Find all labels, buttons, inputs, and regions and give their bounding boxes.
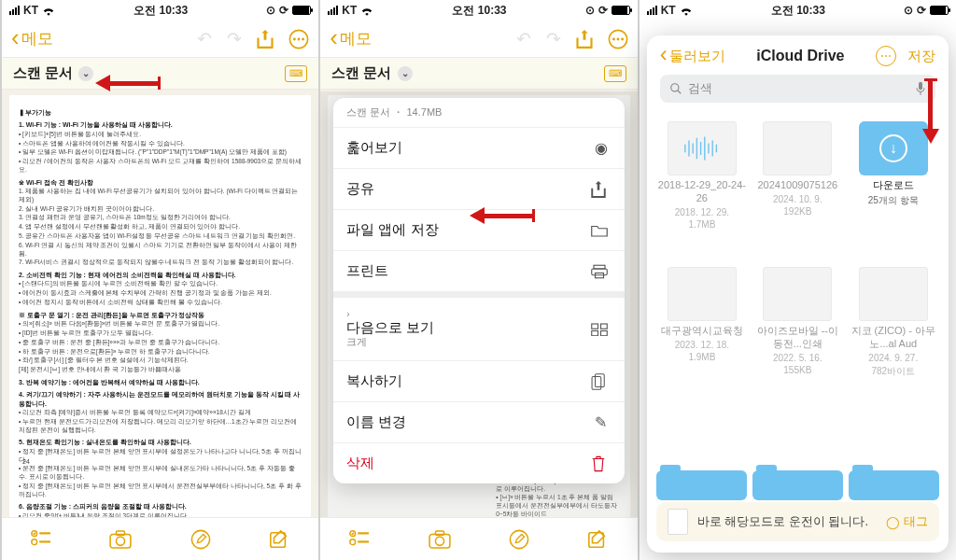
svg-rect-18 (358, 532, 370, 534)
annotation-arrow (922, 78, 939, 144)
page-number: 24 (22, 457, 30, 466)
menu-print[interactable]: 프린트 (333, 251, 624, 292)
notes-toolbar (2, 517, 318, 560)
checklist-icon[interactable] (31, 530, 51, 549)
compose-icon[interactable] (269, 529, 289, 550)
grid-icon (591, 323, 612, 336)
menu-delete[interactable]: 삭제 (333, 443, 624, 483)
svg-point-23 (435, 537, 443, 545)
more-icon[interactable]: ⋯ (876, 46, 896, 66)
menu-quicklook[interactable]: 훑어보기 ◉ (333, 128, 624, 169)
camera-icon[interactable] (109, 530, 132, 549)
files-title: iCloud Drive (756, 48, 844, 64)
compose-icon[interactable] (587, 529, 608, 550)
folder-icon (591, 224, 612, 237)
svg-rect-32 (600, 330, 607, 335)
files-save-sheet: 둘러보기 iCloud Drive ⋯ 저장 검색 2018-12-29_20-… (647, 35, 949, 553)
search-placeholder: 검색 (688, 80, 712, 97)
scanned-page: ▍부가기능 1. Wi-Fi 기능 : Wi-Fi 기능을 사용하실 때 사용합… (9, 95, 311, 517)
checklist-icon[interactable] (349, 530, 370, 549)
document-icon (668, 509, 688, 535)
search-field[interactable]: 검색 (660, 75, 935, 103)
folder-icon[interactable] (752, 470, 843, 500)
status-bar: KT 오전 10:33 ⊙⟳ (640, 0, 956, 21)
clock-label: 오전 10:33 (452, 3, 506, 19)
svg-point-24 (511, 530, 528, 548)
document-viewport[interactable]: ▍부가기능 1. Wi-Fi 기능 : Wi-Fi 기능을 사용하실 때 사용합… (2, 90, 318, 517)
wifi-icon (42, 6, 55, 16)
banner: 바로 해당모드로 운전이 됩니다. ◯태그 (656, 502, 939, 541)
redo-icon: ↷ (227, 28, 242, 49)
banner-text: 바로 해당모드로 운전이 됩니다. (697, 513, 868, 530)
orientation-lock-icon: ⟳ (917, 4, 926, 17)
menu-copy[interactable]: 복사하기 (333, 361, 624, 402)
more-icon[interactable] (288, 29, 309, 49)
save-button[interactable]: 저장 (907, 48, 935, 65)
keyboard-icon[interactable] (285, 65, 307, 82)
doc-title: 스캔 문서 (331, 64, 391, 82)
svg-rect-9 (117, 530, 125, 535)
svg-rect-7 (39, 540, 50, 542)
files-header: 둘러보기 iCloud Drive ⋯ 저장 (647, 35, 949, 75)
status-bar: KT 오전 10:33 ⊙ ⟳ (2, 0, 318, 21)
svg-point-2 (298, 37, 301, 40)
action-sheet: 스캔 문서 ・ 14.7MB 훑어보기 ◉ 공유 파일 앱에 저장 프린트 ›다… (333, 98, 624, 483)
svg-point-15 (616, 37, 619, 40)
pencil-icon: ✎ (591, 413, 612, 431)
file-item[interactable]: 20241009075126 2024. 10. 9. 192KB (752, 118, 843, 258)
signal-icon (647, 6, 657, 15)
camera-icon[interactable] (429, 530, 451, 549)
svg-point-11 (191, 530, 209, 548)
back-button[interactable]: 메모 (11, 28, 53, 49)
markup-icon[interactable] (190, 529, 211, 550)
file-item[interactable]: 대구광역시교육청 2023. 12. 18. 1.9MB (656, 263, 748, 403)
alarm-icon: ⊙ (585, 4, 595, 17)
copy-icon (591, 373, 612, 390)
menu-share[interactable]: 공유 (333, 169, 624, 210)
file-item[interactable]: 지코 (ZICO) - 아무노...al Aud 2024. 9. 27. 78… (848, 263, 939, 403)
share-icon (591, 181, 612, 198)
svg-rect-5 (39, 532, 50, 534)
markup-icon[interactable] (509, 529, 529, 550)
share-icon[interactable] (257, 30, 274, 49)
file-item[interactable]: 아이즈모바일 --이동전...인쇄 2022. 5. 16. 155KB (752, 263, 843, 403)
svg-rect-29 (591, 324, 598, 329)
more-icon[interactable] (608, 29, 628, 49)
notes-header: 메모 ↶ ↷ (320, 21, 637, 58)
tag-button[interactable]: ◯태그 (886, 513, 928, 530)
files-back-button[interactable]: 둘러보기 (660, 45, 725, 67)
share-icon[interactable] (576, 30, 593, 49)
svg-rect-31 (591, 330, 598, 335)
svg-rect-22 (435, 530, 443, 535)
svg-rect-27 (591, 269, 607, 275)
chevron-down-icon[interactable]: ⌄ (78, 66, 93, 81)
svg-point-16 (621, 37, 624, 40)
menu-rename[interactable]: 이름 변경 ✎ (333, 402, 624, 443)
battery-icon (930, 6, 949, 15)
eye-icon: ◉ (591, 139, 612, 157)
keyboard-icon[interactable] (604, 65, 626, 82)
folder-icon[interactable] (849, 470, 939, 500)
back-button[interactable]: 메모 (330, 28, 372, 49)
chevron-down-icon[interactable]: ⌄ (398, 66, 413, 81)
battery-icon (612, 6, 630, 15)
svg-point-35 (670, 84, 678, 91)
notes-header: 메모 ↶ ↷ (2, 21, 318, 58)
wifi-icon (680, 6, 693, 16)
menu-view-as[interactable]: ›다음으로 보기크게 (333, 292, 624, 361)
svg-rect-34 (595, 373, 604, 386)
svg-point-1 (293, 37, 296, 40)
notes-toolbar (320, 517, 637, 560)
search-icon (669, 82, 682, 95)
clock-label: 오전 10:33 (771, 3, 825, 19)
file-item[interactable]: 2018-12-29_20-24-26 2018. 12. 29. 1.7MB (656, 118, 748, 258)
doc-title: 스캔 문서 (13, 64, 73, 82)
status-bar: KT 오전 10:33 ⊙⟳ (320, 0, 637, 21)
doc-thumb-icon (668, 267, 737, 321)
svg-rect-33 (592, 376, 601, 389)
svg-point-14 (612, 37, 615, 40)
annotation-arrow (95, 75, 161, 91)
svg-rect-20 (358, 540, 370, 542)
folder-icon[interactable] (656, 470, 747, 500)
annotation-arrow (470, 207, 535, 224)
